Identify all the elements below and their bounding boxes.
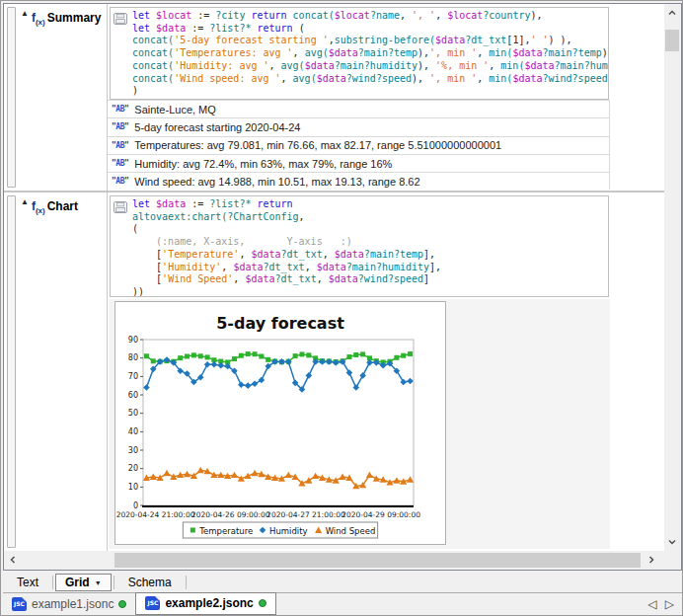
svg-text:10: 10: [128, 483, 138, 492]
result-row[interactable]: "AB"Temperatures: avg 79.081, min 76.66,…: [108, 136, 610, 154]
collapse-arrow-icon[interactable]: ▲: [21, 9, 29, 18]
string-type-icon: "AB": [112, 122, 128, 131]
horizontal-scroll-thumb[interactable]: [114, 553, 641, 568]
row-name-summary: Summary: [47, 11, 102, 25]
chart-result-cell: 5-day forecast01020304050607080902020-04…: [109, 299, 610, 549]
formula-name-cell-summary[interactable]: ▲f(x)Summary: [18, 4, 107, 191]
tab-grid-label: Grid: [65, 576, 90, 589]
svg-text:20: 20: [128, 464, 138, 473]
row-name-chart: Chart: [47, 199, 78, 213]
result-text: Temperatures: avg 79.081, min 76.66, max…: [134, 139, 501, 151]
tab-grid[interactable]: Grid ▼: [55, 574, 112, 591]
view-mode-tabs: Text Grid ▼ Schema: [3, 573, 682, 592]
horizontal-scrollbar[interactable]: [4, 551, 660, 570]
row-drag-strip[interactable]: [7, 7, 16, 188]
svg-text:2020-04-26 09:00:00: 2020-04-26 09:00:00: [191, 510, 270, 519]
document-tabs: JSC example1.jsonc JSC example2.jsonc ◁ …: [3, 592, 682, 614]
status-dot-green: [118, 600, 126, 608]
svg-text:2020-04-24 21:00:00: 2020-04-24 21:00:00: [116, 510, 195, 519]
string-type-icon: "AB": [112, 159, 128, 168]
svg-text:Wind Speed: Wind Speed: [326, 526, 376, 536]
collapse-arrow-icon[interactable]: ▲: [21, 197, 29, 206]
tab-scroll-left-icon[interactable]: ◁: [648, 597, 657, 611]
formula-code-text: let $locat := ?city return concat($locat…: [132, 10, 606, 98]
grid-view-frame: ▲f(x)Summary let $locat := ?city return …: [3, 3, 682, 571]
file-tab-label: example1.jsonc: [32, 597, 114, 611]
result-text: 5-day forecast starting 2020-04-24: [134, 121, 300, 133]
formula-code-editor-chart[interactable]: let $data := ?list?* returnaltovaext:cha…: [110, 195, 609, 297]
svg-text:2020-04-29 09:00:00: 2020-04-29 09:00:00: [342, 510, 420, 519]
formula-name-cell-chart[interactable]: ▲f(x)Chart: [18, 192, 107, 551]
formula-code-editor-summary[interactable]: let $locat := ?city return concat($locat…: [110, 7, 609, 100]
svg-text:90: 90: [128, 336, 138, 345]
tab-example1-jsonc[interactable]: JSC example1.jsonc: [3, 593, 135, 615]
json-grid-editor-window: ▲f(x)Summary let $locat := ?city return …: [0, 0, 683, 616]
scroll-up-icon[interactable]: [664, 5, 680, 21]
formula-value-cell-chart: let $data := ?list?* returnaltovaext:cha…: [107, 192, 610, 551]
svg-text:40: 40: [128, 427, 138, 436]
tab-example2-jsonc[interactable]: JSC example2.jsonc: [135, 592, 275, 615]
grid-row-chart: ▲f(x)Chart let $data := ?list?* returnal…: [4, 192, 664, 551]
save-formula-icon[interactable]: [114, 199, 127, 217]
svg-text:50: 50: [128, 409, 138, 418]
status-dot-green: [259, 599, 266, 607]
formula-results-list: "AB"Sainte-Luce, MQ"AB"5-day forecast st…: [108, 100, 610, 190]
jsonc-file-icon: JSC: [145, 596, 160, 610]
svg-text:Humidity: Humidity: [269, 526, 308, 536]
string-type-icon: "AB": [112, 105, 128, 114]
tab-navigation: ◁ ▷: [648, 597, 682, 611]
svg-text:5-day forecast: 5-day forecast: [216, 314, 344, 333]
tab-separator: [186, 576, 187, 589]
row-drag-strip[interactable]: [7, 195, 16, 548]
tab-text[interactable]: Text: [3, 575, 52, 590]
formula-fx-icon: f(x): [32, 11, 45, 25]
result-text: Wind speed: avg 14.988, min 10.51, max 1…: [134, 176, 419, 188]
file-tab-label: example2.jsonc: [165, 596, 253, 610]
save-formula-icon[interactable]: [114, 11, 127, 29]
svg-text:30: 30: [128, 446, 138, 455]
vertical-scroll-thumb[interactable]: [665, 30, 679, 51]
formula-value-cell-summary: let $locat := ?city return concat($locat…: [107, 4, 610, 191]
svg-text:0: 0: [133, 501, 138, 510]
formula-code-text: let $data := ?list?* returnaltovaext:cha…: [132, 198, 606, 297]
scrollbar-corner: [660, 551, 681, 570]
svg-text:60: 60: [128, 391, 138, 400]
tab-schema[interactable]: Schema: [114, 575, 186, 590]
string-type-icon: "AB": [112, 177, 128, 186]
result-text: Humidity: avg 72.4%, min 63%, max 79%, r…: [134, 158, 392, 170]
jsonc-file-icon: JSC: [12, 597, 27, 611]
result-row[interactable]: "AB"Wind speed: avg 14.988, min 10.51, m…: [108, 172, 610, 190]
tab-scroll-right-icon[interactable]: ▷: [665, 597, 674, 611]
scroll-down-icon[interactable]: [664, 534, 680, 550]
result-text: Sainte-Luce, MQ: [134, 104, 216, 116]
grid-row-summary: ▲f(x)Summary let $locat := ?city return …: [4, 4, 664, 192]
svg-text:70: 70: [128, 372, 138, 381]
dropdown-arrow-icon: ▼: [95, 579, 102, 586]
formula-fx-icon: f(x): [32, 199, 45, 213]
svg-text:2020-04-27 21:00:00: 2020-04-27 21:00:00: [266, 510, 345, 519]
scroll-right-icon[interactable]: [644, 552, 659, 568]
result-row[interactable]: "AB"Sainte-Luce, MQ: [108, 100, 610, 117]
result-row[interactable]: "AB"5-day forecast starting 2020-04-24: [108, 117, 610, 135]
string-type-icon: "AB": [112, 141, 128, 150]
json-grid: ▲f(x)Summary let $locat := ?city return …: [4, 4, 664, 551]
vertical-scrollbar[interactable]: [664, 4, 681, 551]
tab-separator: [52, 576, 53, 589]
forecast-chart: 5-day forecast01020304050607080902020-04…: [114, 301, 446, 545]
svg-text:Temperature: Temperature: [198, 526, 253, 536]
svg-text:80: 80: [128, 353, 138, 362]
result-row[interactable]: "AB"Humidity: avg 72.4%, min 63%, max 79…: [108, 154, 610, 172]
scroll-left-icon[interactable]: [5, 552, 21, 568]
forecast-chart-svg: 5-day forecast01020304050607080902020-04…: [115, 302, 445, 544]
